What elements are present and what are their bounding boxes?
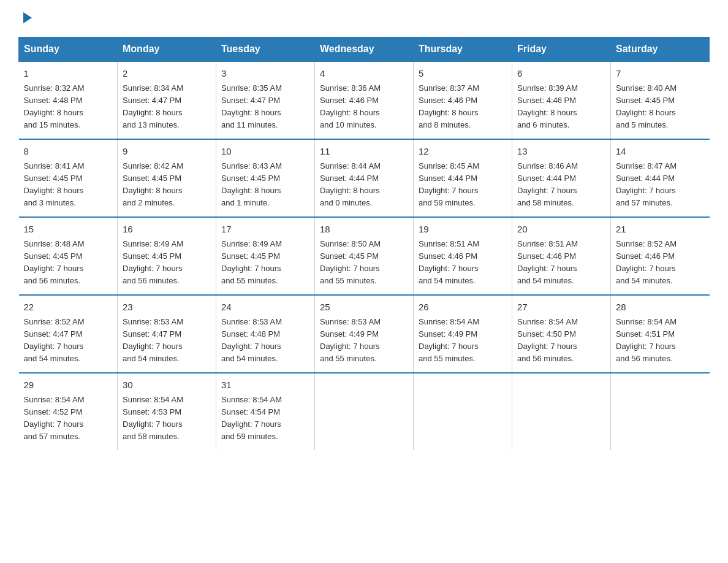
- day-number: 1: [24, 67, 113, 81]
- day-number: 18: [320, 223, 408, 237]
- calendar-cell: 15Sunrise: 8:48 AMSunset: 4:45 PMDayligh…: [19, 217, 118, 295]
- day-info: Sunrise: 8:43 AMSunset: 4:45 PMDaylight:…: [221, 160, 309, 210]
- day-number: 29: [24, 378, 113, 393]
- day-info: Sunrise: 8:52 AMSunset: 4:47 PMDaylight:…: [24, 316, 113, 366]
- day-info: Sunrise: 8:32 AMSunset: 4:48 PMDaylight:…: [24, 82, 113, 132]
- day-info: Sunrise: 8:51 AMSunset: 4:46 PMDaylight:…: [419, 238, 507, 288]
- page-header: [18, 12, 710, 25]
- calendar-cell: [414, 373, 512, 450]
- calendar-cell: 18Sunrise: 8:50 AMSunset: 4:45 PMDayligh…: [315, 217, 414, 295]
- day-info: Sunrise: 8:54 AMSunset: 4:51 PMDaylight:…: [616, 316, 705, 366]
- day-number: 23: [123, 301, 211, 315]
- day-number: 15: [24, 223, 113, 237]
- day-info: Sunrise: 8:53 AMSunset: 4:47 PMDaylight:…: [123, 316, 211, 366]
- day-number: 12: [419, 145, 507, 159]
- day-number: 21: [616, 223, 705, 237]
- day-number: 26: [419, 301, 507, 315]
- day-info: Sunrise: 8:46 AMSunset: 4:44 PMDaylight:…: [517, 160, 605, 210]
- day-number: 25: [320, 301, 408, 315]
- day-info: Sunrise: 8:54 AMSunset: 4:54 PMDaylight:…: [221, 394, 309, 443]
- calendar-cell: 1Sunrise: 8:32 AMSunset: 4:48 PMDaylight…: [19, 61, 118, 139]
- day-number: 7: [616, 67, 705, 81]
- calendar-cell: [512, 373, 611, 450]
- calendar-header-sunday: Sunday: [19, 37, 118, 62]
- calendar-header-row: SundayMondayTuesdayWednesdayThursdayFrid…: [19, 37, 710, 62]
- day-number: 6: [517, 67, 605, 81]
- calendar-header-tuesday: Tuesday: [216, 37, 315, 62]
- calendar-header-monday: Monday: [118, 37, 216, 62]
- day-number: 4: [320, 67, 408, 81]
- day-info: Sunrise: 8:48 AMSunset: 4:45 PMDaylight:…: [24, 238, 113, 288]
- day-number: 10: [221, 145, 309, 159]
- day-number: 11: [320, 145, 408, 159]
- day-number: 16: [123, 223, 211, 237]
- day-info: Sunrise: 8:53 AMSunset: 4:48 PMDaylight:…: [221, 316, 309, 366]
- day-number: 20: [517, 223, 605, 237]
- day-info: Sunrise: 8:37 AMSunset: 4:46 PMDaylight:…: [419, 82, 507, 132]
- calendar-cell: 10Sunrise: 8:43 AMSunset: 4:45 PMDayligh…: [216, 139, 315, 217]
- calendar-cell: 24Sunrise: 8:53 AMSunset: 4:48 PMDayligh…: [216, 295, 315, 373]
- svg-marker-0: [23, 12, 32, 23]
- day-number: 3: [221, 67, 309, 81]
- calendar-cell: 16Sunrise: 8:49 AMSunset: 4:45 PMDayligh…: [118, 217, 216, 295]
- calendar-cell: 4Sunrise: 8:36 AMSunset: 4:46 PMDaylight…: [315, 61, 414, 139]
- calendar-header-saturday: Saturday: [611, 37, 710, 62]
- calendar-cell: 22Sunrise: 8:52 AMSunset: 4:47 PMDayligh…: [19, 295, 118, 373]
- day-info: Sunrise: 8:47 AMSunset: 4:44 PMDaylight:…: [616, 160, 705, 210]
- day-info: Sunrise: 8:54 AMSunset: 4:52 PMDaylight:…: [24, 394, 113, 443]
- day-info: Sunrise: 8:54 AMSunset: 4:50 PMDaylight:…: [517, 316, 605, 366]
- calendar-week-row: 22Sunrise: 8:52 AMSunset: 4:47 PMDayligh…: [19, 295, 710, 373]
- calendar-cell: 26Sunrise: 8:54 AMSunset: 4:49 PMDayligh…: [414, 295, 512, 373]
- calendar-cell: 17Sunrise: 8:49 AMSunset: 4:45 PMDayligh…: [216, 217, 315, 295]
- day-info: Sunrise: 8:45 AMSunset: 4:44 PMDaylight:…: [419, 160, 507, 210]
- day-number: 19: [419, 223, 507, 237]
- calendar-cell: 2Sunrise: 8:34 AMSunset: 4:47 PMDaylight…: [118, 61, 216, 139]
- calendar-week-row: 1Sunrise: 8:32 AMSunset: 4:48 PMDaylight…: [19, 61, 710, 139]
- day-number: 13: [517, 145, 605, 159]
- day-number: 24: [221, 301, 309, 315]
- calendar-cell: 14Sunrise: 8:47 AMSunset: 4:44 PMDayligh…: [611, 139, 710, 217]
- day-number: 28: [616, 301, 705, 315]
- day-info: Sunrise: 8:39 AMSunset: 4:46 PMDaylight:…: [517, 82, 605, 132]
- day-info: Sunrise: 8:41 AMSunset: 4:45 PMDaylight:…: [24, 160, 113, 210]
- day-number: 9: [123, 145, 211, 159]
- calendar-cell: 21Sunrise: 8:52 AMSunset: 4:46 PMDayligh…: [611, 217, 710, 295]
- calendar-cell: 9Sunrise: 8:42 AMSunset: 4:45 PMDaylight…: [118, 139, 216, 217]
- calendar-table: SundayMondayTuesdayWednesdayThursdayFrid…: [18, 37, 710, 450]
- calendar-cell: 31Sunrise: 8:54 AMSunset: 4:54 PMDayligh…: [216, 373, 315, 450]
- calendar-cell: 5Sunrise: 8:37 AMSunset: 4:46 PMDaylight…: [414, 61, 512, 139]
- calendar-cell: 30Sunrise: 8:54 AMSunset: 4:53 PMDayligh…: [118, 373, 216, 450]
- calendar-cell: [611, 373, 710, 450]
- calendar-header-friday: Friday: [512, 37, 611, 62]
- logo-arrow-icon: [20, 11, 33, 27]
- calendar-cell: 27Sunrise: 8:54 AMSunset: 4:50 PMDayligh…: [512, 295, 611, 373]
- day-info: Sunrise: 8:54 AMSunset: 4:49 PMDaylight:…: [419, 316, 507, 366]
- day-info: Sunrise: 8:34 AMSunset: 4:47 PMDaylight:…: [123, 82, 211, 132]
- calendar-cell: 28Sunrise: 8:54 AMSunset: 4:51 PMDayligh…: [611, 295, 710, 373]
- calendar-cell: 11Sunrise: 8:44 AMSunset: 4:44 PMDayligh…: [315, 139, 414, 217]
- day-info: Sunrise: 8:40 AMSunset: 4:45 PMDaylight:…: [616, 82, 705, 132]
- day-number: 8: [24, 145, 113, 159]
- day-info: Sunrise: 8:49 AMSunset: 4:45 PMDaylight:…: [221, 238, 309, 288]
- day-info: Sunrise: 8:52 AMSunset: 4:46 PMDaylight:…: [616, 238, 705, 288]
- calendar-cell: 29Sunrise: 8:54 AMSunset: 4:52 PMDayligh…: [19, 373, 118, 450]
- calendar-cell: 8Sunrise: 8:41 AMSunset: 4:45 PMDaylight…: [19, 139, 118, 217]
- day-info: Sunrise: 8:54 AMSunset: 4:53 PMDaylight:…: [123, 394, 211, 443]
- day-info: Sunrise: 8:51 AMSunset: 4:46 PMDaylight:…: [517, 238, 605, 288]
- logo: [18, 12, 33, 25]
- day-number: 31: [221, 378, 309, 393]
- day-info: Sunrise: 8:53 AMSunset: 4:49 PMDaylight:…: [320, 316, 408, 366]
- day-info: Sunrise: 8:42 AMSunset: 4:45 PMDaylight:…: [123, 160, 211, 210]
- day-info: Sunrise: 8:35 AMSunset: 4:47 PMDaylight:…: [221, 82, 309, 132]
- day-number: 17: [221, 223, 309, 237]
- calendar-week-row: 29Sunrise: 8:54 AMSunset: 4:52 PMDayligh…: [19, 373, 710, 450]
- calendar-week-row: 8Sunrise: 8:41 AMSunset: 4:45 PMDaylight…: [19, 139, 710, 217]
- calendar-cell: 13Sunrise: 8:46 AMSunset: 4:44 PMDayligh…: [512, 139, 611, 217]
- day-number: 27: [517, 301, 605, 315]
- calendar-header-wednesday: Wednesday: [315, 37, 414, 62]
- day-info: Sunrise: 8:44 AMSunset: 4:44 PMDaylight:…: [320, 160, 408, 210]
- day-info: Sunrise: 8:49 AMSunset: 4:45 PMDaylight:…: [123, 238, 211, 288]
- calendar-cell: 25Sunrise: 8:53 AMSunset: 4:49 PMDayligh…: [315, 295, 414, 373]
- calendar-header-thursday: Thursday: [414, 37, 512, 62]
- calendar-cell: 6Sunrise: 8:39 AMSunset: 4:46 PMDaylight…: [512, 61, 611, 139]
